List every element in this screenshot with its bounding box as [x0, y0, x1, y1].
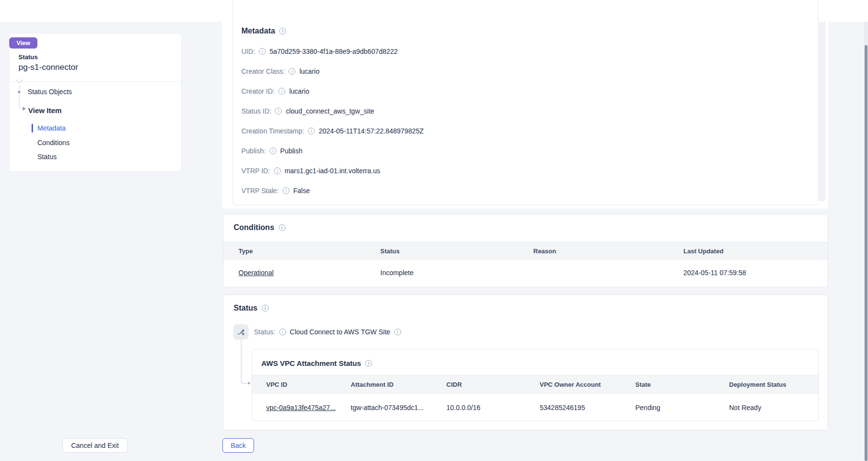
info-icon[interactable]: i [278, 88, 285, 95]
vpc-attachment-title: AWS VPC Attachment Status i [261, 359, 372, 367]
field-label: Publish: [241, 147, 266, 155]
connector-dot [248, 382, 250, 384]
page-scrollbar-thumb[interactable] [865, 45, 868, 461]
back-button[interactable]: Back [222, 438, 254, 453]
tree-bullet-icon [18, 91, 20, 93]
metadata-title-text: Metadata [241, 27, 275, 35]
collapse-notch-icon [16, 80, 23, 84]
active-item-indicator [32, 124, 33, 132]
sidebar-item-status-objects[interactable]: Status Objects [28, 88, 72, 96]
metadata-field-row: Creator ID: i lucario [241, 86, 309, 96]
view-mode-badge: View [9, 37, 37, 49]
info-icon[interactable]: i [274, 167, 281, 174]
status-title-text: Status [234, 304, 257, 313]
vpc-owner-account-cell: 534285246195 [540, 404, 585, 412]
metadata-field-row: Publish: i Publish [241, 146, 303, 156]
page: View Status pg-s1-connector Status Objec… [0, 0, 868, 461]
conditions-table-header: Type Status Reason Last Updated [223, 242, 828, 260]
status-field-value: Cloud Connect to AWS TGW Site [290, 328, 391, 336]
cidr-cell: 10.0.0.0/16 [446, 404, 480, 412]
column-header-vpc-owner-account: VPC Owner Account [540, 381, 601, 388]
field-value: cloud_connect_aws_tgw_site [286, 107, 374, 115]
column-header-last-updated: Last Updated [683, 247, 723, 254]
info-icon[interactable]: i [394, 329, 401, 335]
sidebar-item-metadata[interactable]: Metadata [37, 124, 66, 132]
tree-connector-line [19, 85, 19, 105]
condition-last-updated-cell: 2024-05-11 07:59:58 [683, 269, 746, 277]
vpc-table-header: VPC ID Attachment ID CIDR VPC Owner Acco… [252, 375, 818, 394]
conditions-section-title: Conditions i [234, 223, 286, 232]
field-label: Status ID: [241, 107, 271, 115]
info-icon[interactable]: i [289, 68, 295, 75]
field-value: 2024-05-11T14:57:22.848979825Z [319, 127, 424, 135]
tree-elbow-line [19, 104, 23, 109]
status-section: Status i Status: i Cloud Connect to AWS … [223, 295, 828, 430]
column-header-deployment-status: Deployment Status [729, 381, 786, 388]
metadata-field-row: VTRP ID: i mars1.gc1-iad-01.int.volterra… [241, 166, 380, 176]
info-icon[interactable]: i [283, 187, 289, 194]
metadata-field-row: VTRP Stale: i False [241, 186, 310, 196]
column-header-type: Type [238, 247, 253, 254]
column-header-reason: Reason [533, 247, 556, 254]
state-cell: Pending [635, 404, 660, 412]
object-kind-label: Status [18, 53, 38, 61]
column-header-attachment-id: Attachment ID [351, 381, 393, 388]
sidebar: View Status pg-s1-connector Status Objec… [9, 33, 182, 172]
vpc-id-link[interactable]: vpc-0a9a13fe475a27... [266, 404, 336, 412]
attachment-id-cell: tgw-attach-073495dc1... [351, 404, 424, 412]
info-icon[interactable]: i [270, 148, 276, 154]
field-value: mars1.gc1-iad-01.int.volterra.us [285, 167, 380, 175]
field-value: lucario [289, 87, 309, 95]
sidebar-item-view-item[interactable]: View Item [28, 106, 62, 115]
field-label: Creator Class: [241, 67, 285, 75]
metadata-field-row: Creation Timestamp: i 2024-05-11T14:57:2… [241, 126, 424, 136]
branch-icon [237, 328, 245, 336]
branch-toggle-button[interactable] [233, 324, 249, 340]
sidebar-item-status[interactable]: Status [37, 153, 57, 161]
column-header-state: State [635, 381, 651, 388]
info-icon[interactable]: i [279, 329, 286, 335]
column-header-cidr: CIDR [446, 381, 462, 388]
panel-scrollbar-gutter[interactable] [818, 22, 826, 201]
metadata-field-row: Status ID: i cloud_connect_aws_tgw_site [241, 106, 374, 116]
info-icon[interactable]: i [259, 48, 266, 55]
column-header-vpc-id: VPC ID [266, 381, 287, 388]
vpc-attachment-title-text: AWS VPC Attachment Status [261, 359, 361, 367]
metadata-field-row: Creator Class: i lucario [241, 66, 320, 76]
info-icon[interactable]: i [262, 305, 269, 312]
column-header-status: Status [380, 247, 400, 254]
field-value: 5a70d259-3380-4f1a-88e9-a9db607d8222 [270, 48, 398, 55]
info-icon[interactable]: i [308, 128, 315, 134]
info-icon[interactable]: i [279, 224, 286, 231]
vpc-attachment-card: AWS VPC Attachment Status i VPC ID Attac… [252, 349, 819, 421]
field-label: Creation Timestamp: [241, 127, 304, 135]
condition-type-link[interactable]: Operational [238, 269, 273, 277]
field-value: False [293, 187, 310, 195]
info-icon[interactable]: i [279, 28, 286, 34]
status-field-label: Status: [254, 328, 275, 336]
conditions-title-text: Conditions [234, 223, 274, 232]
status-field-row: Status: i Cloud Connect to AWS TGW Site … [254, 328, 401, 336]
object-name-title: pg-s1-connector [18, 63, 78, 72]
field-value: Publish [280, 147, 303, 155]
field-label: VTRP Stale: [241, 187, 279, 195]
conditions-section: Conditions i Type Status Reason Last Upd… [223, 214, 828, 287]
field-label: VTRP ID: [241, 167, 270, 175]
sidebar-divider [9, 82, 181, 82]
metadata-section-title: Metadata i [241, 27, 286, 35]
field-label: Creator ID: [241, 87, 274, 95]
status-section-title: Status i [234, 304, 269, 313]
info-icon[interactable]: i [365, 360, 372, 367]
info-icon[interactable]: i [275, 108, 282, 115]
field-label: UID: [241, 48, 255, 55]
field-value: lucario [299, 67, 319, 75]
metadata-field-row: UID: i 5a70d259-3380-4f1a-88e9-a9db607d8… [241, 47, 398, 56]
cancel-and-exit-button[interactable]: Cancel and Exit [62, 438, 128, 453]
chevron-right-icon [23, 107, 26, 111]
deployment-status-cell: Not Ready [729, 404, 761, 412]
sidebar-item-conditions[interactable]: Conditions [37, 139, 69, 147]
tree-connector-line [241, 340, 247, 384]
condition-status-cell: Incomplete [380, 269, 413, 277]
metadata-panel: Metadata i UID: i 5a70d259-3380-4f1a-88e… [222, 0, 828, 209]
